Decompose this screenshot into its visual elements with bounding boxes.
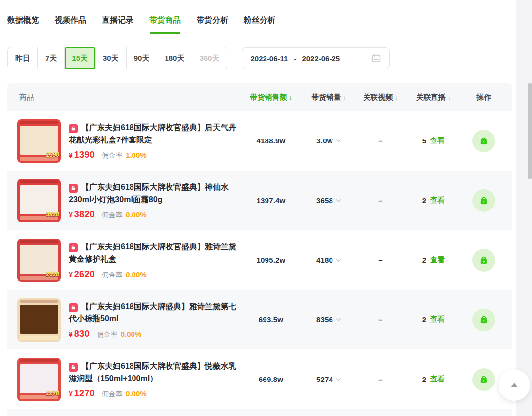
range-button-180d[interactable]: 180天 <box>157 47 192 69</box>
tab-video-works[interactable]: 视频作品 <box>55 15 86 33</box>
related-lives-cell: 2 查看 <box>404 255 463 265</box>
range-button-15d[interactable]: 15天 <box>65 47 96 69</box>
view-link[interactable]: 查看 <box>430 375 445 384</box>
currency-symbol: ¥ <box>69 271 73 278</box>
column-header-sales-label: 带货销售额 <box>250 93 287 101</box>
date-separator: - <box>294 54 296 63</box>
range-button-yesterday[interactable]: 昨日 <box>8 47 38 69</box>
product-thumbnail-inner <box>20 126 58 155</box>
product-meta: ¥ 1270 佣金率 0.00% <box>69 388 240 399</box>
chevron-down-icon <box>336 199 341 203</box>
product-title[interactable]: 【广东夫妇618国际大牌盛典】雅诗兰黛第七代小棕瓶50ml <box>69 300 240 325</box>
sort-down-icon: ↓ <box>289 94 292 101</box>
related-lives-count: 5 <box>422 137 427 145</box>
product-meta: ¥ 830 佣金率 0.00% <box>69 329 240 339</box>
commission-rate: 0.00% <box>126 389 147 398</box>
chevron-down-icon <box>336 139 341 143</box>
back-to-top-button[interactable] <box>499 369 530 401</box>
column-header-action: 操作 <box>463 93 504 102</box>
range-button-90d[interactable]: 90天 <box>127 47 158 69</box>
column-header-sales-volume[interactable]: 带货销量↓ <box>300 93 357 102</box>
sort-down-icon: ↓ <box>343 94 346 101</box>
product-title[interactable]: 【广东夫妇618国际大牌收官盛典】后天气丹花献光彩礼盒7件套限定 <box>69 121 240 146</box>
tab-data-overview[interactable]: 数据概览 <box>7 15 39 33</box>
product-info: 【广东夫妇618国际大牌收官盛典】后天气丹花献光彩礼盒7件套限定 ¥ 1390 … <box>69 121 240 160</box>
sales-amount-value: 1397.4w <box>241 196 300 205</box>
table-row: 3820 【广东夫妇618国际大牌收官盛典】神仙水230ml小灯泡30ml面霜8… <box>7 171 512 230</box>
product-price: 1390 <box>74 150 95 160</box>
range-button-7d[interactable]: 7天 <box>38 47 65 69</box>
chevron-down-icon <box>336 258 341 262</box>
tab-sales-analysis[interactable]: 带货分析 <box>197 15 228 33</box>
product-title[interactable]: 【广东夫妇618国际大牌收官盛典】神仙水230ml小灯泡30ml面霜80g <box>69 181 240 206</box>
tab-fans-analysis[interactable]: 粉丝分析 <box>244 15 275 33</box>
column-header-volume-label: 带货销量 <box>311 93 341 101</box>
view-link[interactable]: 查看 <box>430 255 445 265</box>
product-thumbnail[interactable] <box>17 298 61 342</box>
product-title[interactable]: 【广东夫妇618国际大牌收官盛典】悦薇水乳滋润型（150ml+100ml） <box>69 360 240 384</box>
shopping-bag-button[interactable] <box>472 309 495 331</box>
column-header-related-lives[interactable]: 关联直播↓ <box>404 93 463 102</box>
tab-live-records[interactable]: 直播记录 <box>102 15 133 33</box>
product-thumbnail[interactable]: 1390 <box>17 119 61 163</box>
shop-badge-icon <box>69 243 78 252</box>
product-cell: 2620 【广东夫妇618国际大牌收官盛典】雅诗兰黛黄金修护礼盒 ¥ 2620 … <box>7 239 241 282</box>
sort-down-icon: ↓ <box>448 94 451 101</box>
sales-volume-cell[interactable]: 3658 <box>300 196 357 205</box>
product-thumbnail[interactable]: 1270 <box>17 358 61 401</box>
table-body: 1390 【广东夫妇618国际大牌收官盛典】后天气丹花献光彩礼盒7件套限定 ¥ … <box>7 111 512 409</box>
shop-badge-icon <box>69 184 78 193</box>
column-header-live-label: 关联直播 <box>416 93 446 101</box>
product-info: 【广东夫妇618国际大牌收官盛典】神仙水230ml小灯泡30ml面霜80g ¥ … <box>69 181 240 220</box>
column-header-related-videos[interactable]: 关联视频↓ <box>357 93 404 102</box>
sales-amount-value: 693.5w <box>241 315 300 324</box>
sales-volume-cell[interactable]: 8356 <box>300 315 357 324</box>
related-lives-cell: 2 查看 <box>404 375 463 384</box>
shopping-bag-icon <box>477 135 490 147</box>
related-lives-cell: 5 查看 <box>404 136 463 145</box>
date-range-picker[interactable]: 2022-06-11 - 2022-06-25 <box>242 47 390 69</box>
shop-badge-icon <box>69 363 78 372</box>
product-info: 【广东夫妇618国际大牌收官盛典】悦薇水乳滋润型（150ml+100ml） ¥ … <box>69 360 240 399</box>
shopping-bag-button[interactable] <box>472 130 495 152</box>
commission-label: 佣金率 <box>102 271 123 279</box>
table-row: 【广东夫妇618国际大牌盛典】雅诗兰黛第七代小棕瓶50ml ¥ 830 佣金率 … <box>7 290 512 349</box>
shopping-bag-icon <box>477 254 490 267</box>
related-videos-value: – <box>357 375 404 383</box>
column-header-sales-amount[interactable]: 带货销售额↓ <box>241 93 300 102</box>
date-end: 2022-06-25 <box>302 54 340 63</box>
view-link[interactable]: 查看 <box>430 196 445 205</box>
sales-volume-cell[interactable]: 5274 <box>300 375 357 383</box>
shopping-bag-button[interactable] <box>472 189 495 212</box>
shopping-bag-button[interactable] <box>472 249 495 272</box>
sales-volume-value: 4180 <box>316 256 333 264</box>
related-lives-count: 2 <box>422 256 427 264</box>
product-cell: 【广东夫妇618国际大牌盛典】雅诗兰黛第七代小棕瓶50ml ¥ 830 佣金率 … <box>7 298 241 342</box>
range-button-30d[interactable]: 30天 <box>96 47 127 69</box>
view-link[interactable]: 查看 <box>430 136 445 145</box>
product-thumbnail[interactable]: 2620 <box>17 239 61 282</box>
product-thumbnail[interactable]: 3820 <box>17 179 61 222</box>
calendar-icon[interactable] <box>371 53 381 63</box>
chevron-down-icon <box>336 318 341 322</box>
next-row-peek <box>7 409 512 416</box>
product-info: 【广东夫妇618国际大牌盛典】雅诗兰黛第七代小棕瓶50ml ¥ 830 佣金率 … <box>69 300 240 339</box>
scrollbar-thumb[interactable] <box>528 83 532 179</box>
product-title[interactable]: 【广东夫妇618国际大牌收官盛典】雅诗兰黛黄金修护礼盒 <box>69 241 240 265</box>
arrow-up-icon <box>511 383 518 387</box>
action-cell <box>463 189 504 212</box>
commission-label: 佣金率 <box>102 151 123 160</box>
commission-rate: 0.00% <box>121 330 142 338</box>
sales-volume-cell[interactable]: 4180 <box>300 256 357 264</box>
product-meta: ¥ 2620 佣金率 0.00% <box>69 269 240 279</box>
product-title-text: 【广东夫妇618国际大牌盛典】雅诗兰黛第七代小棕瓶50ml <box>69 302 236 323</box>
product-title-text: 【广东夫妇618国际大牌收官盛典】悦薇水乳滋润型（150ml+100ml） <box>69 362 236 382</box>
sales-volume-cell[interactable]: 3.0w <box>300 137 357 145</box>
product-meta: ¥ 3820 佣金率 0.00% <box>69 209 240 220</box>
shopping-bag-button[interactable] <box>472 368 495 391</box>
tab-promoted-products[interactable]: 带货商品 <box>149 15 181 33</box>
range-button-360d: 360天 <box>192 47 227 69</box>
action-cell <box>463 130 504 152</box>
sales-amount-value: 669.8w <box>241 375 300 383</box>
view-link[interactable]: 查看 <box>430 315 445 324</box>
